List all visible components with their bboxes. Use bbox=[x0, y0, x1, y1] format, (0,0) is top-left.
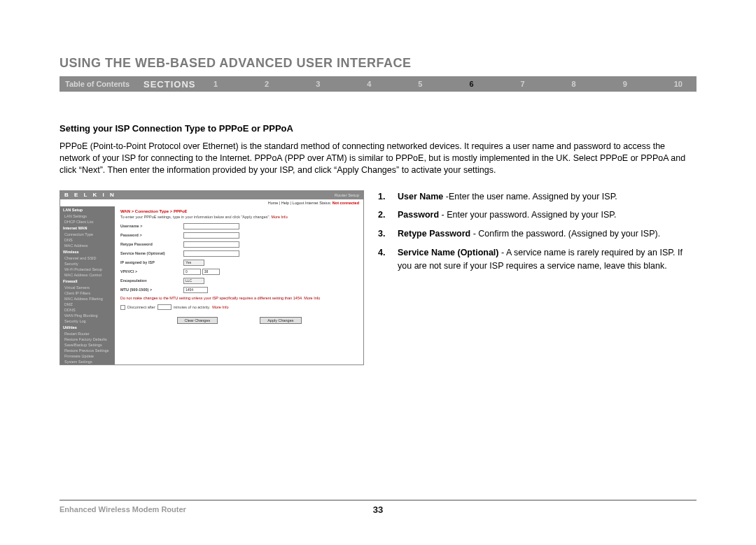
router-sidebar: LAN Setup LAN Settings DHCP Client List … bbox=[60, 206, 115, 364]
section-link-8[interactable]: 8 bbox=[572, 80, 576, 88]
field-descriptions-list: 1. User Name -Enter the user name. Assig… bbox=[378, 190, 696, 273]
encapsulation-select[interactable]: LLC bbox=[183, 278, 204, 284]
section-link-4[interactable]: 4 bbox=[367, 80, 371, 88]
intro-paragraph: PPPoE (Point-to-Point Protocol over Ethe… bbox=[59, 141, 696, 176]
section-link-2[interactable]: 2 bbox=[265, 80, 269, 88]
list-item: 3. Retype Password - Confirm the passwor… bbox=[378, 227, 696, 241]
page-footer: Enhanced Wireless Modem Router 33 bbox=[59, 500, 696, 514]
router-status: Not connected bbox=[332, 201, 359, 205]
section-link-7[interactable]: 7 bbox=[520, 80, 524, 88]
list-item: 4. Service Name (Optional) - A service n… bbox=[378, 246, 696, 273]
router-breadcrumb: WAN > Connection Type > PPPoE bbox=[120, 209, 358, 213]
clear-changes-button[interactable]: Clear Changes bbox=[177, 317, 218, 324]
mtu-input[interactable]: 1454 bbox=[183, 287, 208, 293]
sections-bar: Table of Contents SECTIONS 1 2 3 4 5 6 7… bbox=[59, 76, 696, 92]
footer-product-name: Enhanced Wireless Modem Router bbox=[59, 505, 186, 514]
page-number: 33 bbox=[373, 504, 383, 515]
router-top-links: Home | Help | Logout Internet Status: No… bbox=[60, 199, 363, 206]
list-item: 2. Password - Enter your password. Assig… bbox=[378, 208, 696, 222]
ip-assigned-select[interactable]: Yes bbox=[183, 260, 204, 266]
vpi-input[interactable]: 0 bbox=[183, 269, 201, 275]
page-title: USING THE WEB-BASED ADVANCED USER INTERF… bbox=[59, 56, 696, 71]
username-input[interactable] bbox=[183, 223, 239, 229]
retype-password-input[interactable] bbox=[183, 241, 239, 248]
service-name-input[interactable] bbox=[183, 250, 239, 257]
section-link-1[interactable]: 1 bbox=[214, 80, 218, 88]
router-brand: B E L K I N bbox=[64, 192, 116, 198]
list-item: 1. User Name -Enter the user name. Assig… bbox=[378, 190, 696, 204]
section-link-6[interactable]: 6 bbox=[469, 80, 473, 88]
vci-input[interactable]: 38 bbox=[202, 269, 220, 275]
section-link-9[interactable]: 9 bbox=[623, 80, 627, 88]
password-input[interactable] bbox=[183, 232, 239, 239]
sections-label: SECTIONS bbox=[144, 79, 214, 90]
router-main: WAN > Connection Type > PPPoE To enter y… bbox=[115, 206, 363, 364]
subheading: Setting your ISP Connection Type to PPPo… bbox=[59, 123, 696, 134]
section-link-10[interactable]: 10 bbox=[674, 80, 682, 88]
section-link-5[interactable]: 5 bbox=[418, 80, 422, 88]
router-setup-label: Router Setup bbox=[335, 193, 359, 197]
section-number-list: 1 2 3 4 5 6 7 8 9 10 bbox=[214, 80, 696, 88]
router-screenshot: B E L K I N Router Setup Home | Help | L… bbox=[59, 190, 364, 365]
apply-changes-button[interactable]: Apply Changes bbox=[260, 317, 301, 324]
section-link-3[interactable]: 3 bbox=[316, 80, 320, 88]
toc-label[interactable]: Table of Contents bbox=[59, 80, 144, 88]
disconnect-checkbox[interactable] bbox=[120, 305, 125, 310]
disconnect-minutes-input[interactable] bbox=[158, 304, 172, 310]
